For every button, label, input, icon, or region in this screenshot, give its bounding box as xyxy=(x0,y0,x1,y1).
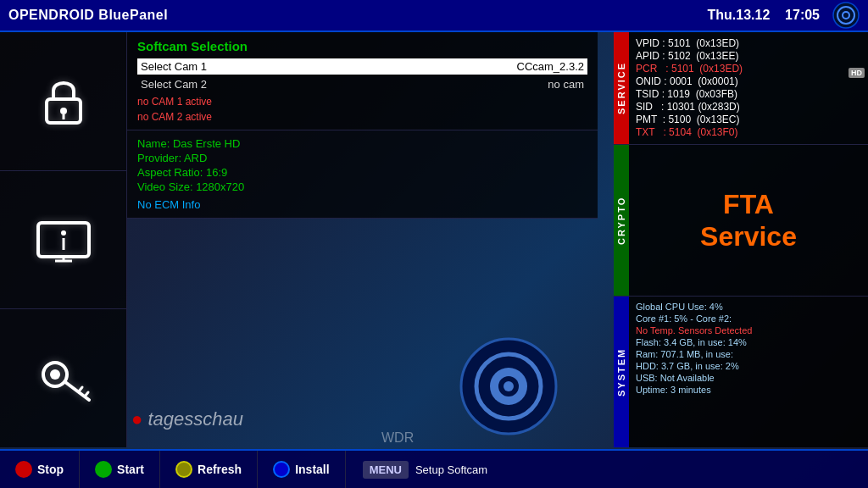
app-title: OPENDROID BluePanel xyxy=(8,8,168,23)
refresh-label: Refresh xyxy=(198,463,242,476)
opendroid-logo-icon xyxy=(832,2,860,29)
cam2-status: no CAM 2 active xyxy=(137,111,587,123)
service-row-vpid: VPID : 5101 (0x13ED) xyxy=(636,37,861,49)
svg-point-3 xyxy=(843,13,849,18)
monitor-icon-section xyxy=(0,171,126,310)
header-date: Thu.13.12 17:05 xyxy=(707,8,820,23)
refresh-button[interactable]: Refresh xyxy=(160,451,258,488)
svg-point-21 xyxy=(504,381,514,391)
cam2-value: no cam xyxy=(548,78,584,91)
cam2-row[interactable]: Select Cam 2 no cam xyxy=(137,76,587,92)
channel-name: Name: Das Erste HD xyxy=(137,137,587,150)
system-hdd: HDD: 3.7 GB, in use: 2% xyxy=(636,361,861,371)
system-temp: No Temp. Sensors Detected xyxy=(636,325,861,336)
ard-logo-area xyxy=(458,336,559,437)
key-icon-section xyxy=(0,309,126,447)
system-label-bar: SYSTEM xyxy=(614,297,629,447)
menu-setup[interactable]: MENU Setup Softcam xyxy=(346,451,505,488)
video-size: Video Size: 1280x720 xyxy=(137,180,587,193)
install-button[interactable]: Install xyxy=(258,451,345,488)
stop-label: Stop xyxy=(37,463,64,476)
cam1-name: Select Cam 1 xyxy=(141,60,207,73)
info-section: Name: Das Erste HD Provider: ARD Aspect … xyxy=(127,130,598,219)
setup-label: Setup Softcam xyxy=(415,463,487,476)
svg-line-15 xyxy=(79,387,82,391)
key-icon xyxy=(30,345,97,413)
system-ram: Ram: 707.1 MB, in use: xyxy=(636,349,861,359)
system-data: Global CPU Use: 4% Core #1: 5% - Core #2… xyxy=(629,297,868,447)
footer: Stop Start Refresh Install MENU Setup So… xyxy=(0,449,868,488)
install-circle xyxy=(273,461,290,478)
start-button[interactable]: Start xyxy=(80,451,160,488)
crypto-section: CRYPTO FTA Service xyxy=(614,145,868,297)
header-right: Thu.13.12 17:05 xyxy=(707,2,860,29)
system-cores: Core #1: 5% - Core #2: xyxy=(636,313,861,324)
system-section: SYSTEM Global CPU Use: 4% Core #1: 5% - … xyxy=(614,297,868,447)
start-label: Start xyxy=(117,463,144,476)
header: OPENDROID BluePanel Thu.13.12 17:05 xyxy=(0,0,868,32)
system-cpu: Global CPU Use: 4% xyxy=(636,302,861,312)
softcam-title: Softcam Selection xyxy=(137,39,587,53)
svg-point-5 xyxy=(60,108,67,114)
menu-label: MENU xyxy=(363,461,409,479)
provider-name: Provider: ARD xyxy=(137,152,587,164)
lock-icon-section xyxy=(0,32,126,171)
service-section: SERVICE VPID : 5101 (0x13ED) APID : 5102… xyxy=(614,32,868,145)
ecm-info: No ECM Info xyxy=(137,198,587,211)
service-row-sid: SID : 10301 (0x283D) xyxy=(636,101,861,113)
wdr-overlay: WDR xyxy=(381,430,414,446)
service-row-pcr: PCR : 5101 (0x13ED) xyxy=(636,63,861,75)
ard-logo-icon xyxy=(458,336,559,437)
install-label: Install xyxy=(295,463,329,476)
aspect-ratio: Aspect Ratio: 16:9 xyxy=(137,166,587,179)
left-panel xyxy=(0,32,127,447)
cam1-status: no CAM 1 active xyxy=(137,96,587,108)
service-row-apid: APID : 5102 (0x13EE) xyxy=(636,50,861,62)
service-row-txt: TXT : 5104 (0x13F0) xyxy=(636,126,861,138)
service-row-pmt: PMT : 5100 (0x13EC) xyxy=(636,114,861,125)
service-row-tsid: TSID : 1019 (0x03FB) xyxy=(636,88,861,100)
system-uptime: Uptime: 3 minutes xyxy=(636,385,861,395)
system-flash: Flash: 3.4 GB, in use: 14% xyxy=(636,337,861,347)
start-circle xyxy=(95,461,112,478)
cam1-value: CCcam_2.3.2 xyxy=(517,60,584,73)
service-label-bar: SERVICE xyxy=(614,32,629,144)
stop-circle xyxy=(15,461,32,478)
softcam-section: Softcam Selection Select Cam 1 CCcam_2.3… xyxy=(127,32,598,130)
refresh-circle xyxy=(175,461,192,478)
svg-point-10 xyxy=(61,230,66,236)
lock-icon xyxy=(30,67,97,135)
crypto-content: FTA Service xyxy=(629,145,868,296)
cam1-row[interactable]: Select Cam 1 CCcam_2.3.2 xyxy=(137,58,587,75)
service-data: VPID : 5101 (0x13ED) APID : 5102 (0x13EE… xyxy=(629,32,868,144)
stop-button[interactable]: Stop xyxy=(0,451,80,488)
system-usb: USB: Not Available xyxy=(636,373,861,383)
svg-point-13 xyxy=(50,369,60,380)
tagesschau-overlay: ● tagesschau xyxy=(131,408,243,430)
fta-text: FTA Service xyxy=(700,188,797,253)
monitor-info-icon xyxy=(30,206,97,274)
right-panel: SERVICE VPID : 5101 (0x13ED) APID : 5102… xyxy=(614,32,868,447)
service-row-onid: ONID : 0001 (0x0001) xyxy=(636,75,861,87)
hd-badge: HD xyxy=(849,68,865,78)
tagesschau-dot: ● xyxy=(131,408,142,430)
cam2-name: Select Cam 2 xyxy=(141,78,207,91)
svg-line-16 xyxy=(85,392,88,396)
crypto-label-bar: CRYPTO xyxy=(614,145,629,296)
